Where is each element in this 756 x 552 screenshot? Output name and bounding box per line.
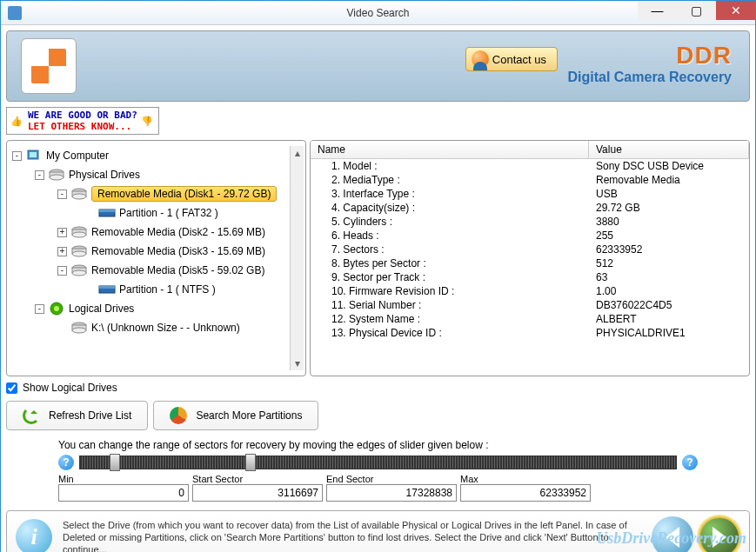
drive-icon [25,149,43,163]
tree-node-disk[interactable]: Removable Media (Disk5 - 59.02 GB) [91,264,264,276]
tree-toggle[interactable]: - [35,170,44,180]
tree-row[interactable]: Partition - 1 ( FAT32 ) [12,203,290,223]
detail-name: 8. Bytes per Sector : [311,257,589,269]
column-header-name[interactable]: Name [311,141,589,158]
detail-row: 12. System Name :ALBERT [311,312,749,326]
search-label: Search More Partitions [196,409,302,422]
detail-name: 11. Serial Number : [311,299,589,311]
tree-row[interactable]: Partition - 1 ( NTFS ) [12,280,290,299]
detail-row: 13. Physical Device ID :PHYSICALDRIVE1 [311,326,749,340]
tree-toggle[interactable]: - [57,266,67,276]
detail-row: 11. Serial Number :DB376022C4D5 [311,298,749,312]
titlebar[interactable]: Video Search — ▢ ✕ [1,1,755,25]
drive-icon [70,225,88,239]
tree-node-disk[interactable]: Removable Media (Disk3 - 15.69 MB) [91,245,265,257]
slider-handle-end[interactable] [245,454,256,471]
svg-rect-9 [99,209,115,212]
detail-value: 255 [589,229,749,242]
detail-name: 4. Capacity(size) : [311,202,589,214]
show-logical-checkbox[interactable] [6,382,17,394]
tree-toggle[interactable]: - [57,190,67,199]
end-sector-label: End Sector [326,474,457,484]
sector-range-slider[interactable] [79,456,677,469]
scroll-down-icon[interactable]: ▾ [291,356,304,370]
tree-node-logical-drive[interactable]: K:\ (Unknown Size - - Unknown) [91,322,240,334]
brand-logo-text: DDR [567,42,732,70]
detail-value: 512 [589,257,749,269]
maximize-button[interactable]: ▢ [677,1,716,20]
contact-us-button[interactable]: Contact us [465,47,558,71]
tree-node-disk[interactable]: Removable Media (Disk2 - 15.69 MB) [91,226,265,238]
slider-handle-start[interactable] [110,454,120,471]
detail-value: 63 [589,271,749,283]
detail-row: 9. Sector per Track :63 [311,270,749,284]
max-sector-label: Max [460,474,591,484]
scroll-up-icon[interactable]: ▴ [291,146,304,160]
person-icon [472,50,489,68]
pie-icon [170,407,187,424]
tree-node-disk[interactable]: Removable Media (Disk1 - 29.72 GB) [91,186,277,202]
detail-value: Sony DSC USB Device [589,160,749,172]
tree-node-partition[interactable]: Partition - 1 ( NTFS ) [119,283,216,296]
tree-toggle[interactable]: - [12,151,22,161]
tree-row[interactable]: +Removable Media (Disk2 - 15.69 MB) [12,223,290,242]
tree-row[interactable]: +Removable Media (Disk3 - 15.69 MB) [12,242,290,261]
detail-name: 10. Firmware Revision ID : [311,285,589,297]
tree-node-computer[interactable]: My Computer [46,150,109,162]
svg-point-12 [72,232,86,237]
svg-point-4 [50,175,64,180]
tree-toggle[interactable]: + [57,228,67,237]
start-sector-input[interactable] [192,484,323,502]
watermark-text: UsbDriveRecovery.com [596,529,746,548]
tree-row[interactable]: -Physical Drives [12,165,290,184]
svg-point-18 [72,270,86,276]
detail-name: 12. System Name : [311,313,589,325]
detail-value: ALBERT [589,313,749,325]
detail-name: 13. Physical Device ID : [311,327,589,339]
help-icon-right[interactable]: ? [682,455,698,470]
detail-name: 2. MediaType : [311,174,589,186]
detail-panel: Name Value 1. Model :Sony DSC USB Device… [310,140,750,376]
thumbs-up-icon: 👍 [10,116,24,126]
tree-row[interactable]: -Logical Drives [12,299,290,318]
min-sector-input[interactable] [58,484,189,502]
slider-caption: You can change the range of sectors for … [58,439,489,451]
refresh-label: Refresh Drive List [49,409,131,422]
max-sector-input[interactable] [460,484,591,502]
column-header-value[interactable]: Value [589,141,749,158]
drive-icon [70,321,88,335]
minimize-button[interactable]: — [638,1,677,20]
help-icon-left[interactable]: ? [58,455,74,470]
detail-value: USB [589,188,749,200]
svg-point-7 [72,194,86,199]
tree-toggle[interactable]: + [57,247,67,256]
tree-row[interactable]: K:\ (Unknown Size - - Unknown) [12,318,290,337]
tree-node-partition[interactable]: Partition - 1 ( FAT32 ) [119,207,218,219]
feedback-banner[interactable]: 👍 WE ARE GOOD OR BAD? LET OTHERS KNOW...… [6,107,159,135]
detail-row: 8. Bytes per Sector :512 [311,256,749,270]
detail-row: 7. Sectors :62333952 [311,243,749,256]
svg-point-25 [72,328,86,333]
detail-name: 1. Model : [311,160,589,172]
tree-scrollbar[interactable]: ▴ ▾ [290,146,304,370]
brand-subtitle: Digital Camera Recovery [567,70,732,85]
tree-row[interactable]: -Removable Media (Disk1 - 29.72 GB) [12,184,290,203]
detail-name: 5. Cylinders : [311,216,589,228]
tree-toggle[interactable]: - [35,304,44,314]
detail-row: 2. MediaType :Removable Media [311,173,749,187]
tree-node-logical[interactable]: Logical Drives [69,303,134,315]
window: Video Search — ▢ ✕ Contact us DDR Digita… [0,0,756,552]
drive-icon [98,206,116,220]
tree-node-physical[interactable]: Physical Drives [69,169,140,181]
drive-icon [70,187,88,201]
refresh-drive-list-button[interactable]: Refresh Drive List [6,401,148,430]
min-sector-label: Min [58,474,189,484]
close-button[interactable]: ✕ [716,1,755,20]
refresh-icon [23,407,40,424]
end-sector-input[interactable] [326,484,457,502]
search-more-partitions-button[interactable]: Search More Partitions [153,401,318,430]
svg-rect-1 [30,152,37,157]
tree-row[interactable]: -Removable Media (Disk5 - 59.02 GB) [12,261,290,280]
tree-row[interactable]: -My Computer [12,146,290,165]
drive-icon [48,302,65,316]
